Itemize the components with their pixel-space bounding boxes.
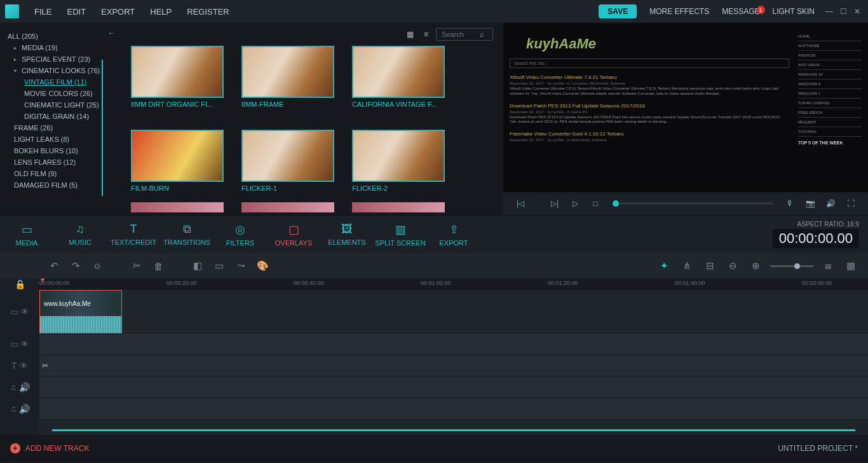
sidebar-item[interactable]: ALL (205) bbox=[8, 31, 121, 42]
sidebar-item[interactable]: BOKEH BLURS (10) bbox=[8, 145, 121, 156]
preview-side-item: ANDROID bbox=[798, 51, 862, 60]
tab-textcredit[interactable]: TTEXT/CREDIT bbox=[107, 223, 160, 247]
menu-register[interactable]: REGISTER bbox=[179, 7, 236, 17]
zoom-fit-icon[interactable]: ⊟ bbox=[702, 260, 718, 272]
track-lock-icon[interactable]: 🔒 bbox=[0, 279, 39, 290]
fullscreen-icon[interactable]: ⛶ bbox=[843, 199, 859, 208]
light-skin-link[interactable]: LIGHT SKIN bbox=[766, 7, 821, 16]
plus-icon: + bbox=[10, 443, 20, 453]
crop-icon[interactable]: ◧ bbox=[189, 260, 206, 272]
redo-icon[interactable]: ↷ bbox=[67, 260, 84, 272]
timeline-ruler[interactable]: 00:00:00:0000:00:20:0000:00:40:0000:01:0… bbox=[39, 279, 868, 290]
text-track-header[interactable]: T 👁 bbox=[0, 355, 39, 377]
tab-export[interactable]: ⇪EXPORT bbox=[427, 223, 480, 247]
audio2-track[interactable] bbox=[39, 398, 868, 420]
timeline-view-icon[interactable]: ≣ bbox=[820, 260, 836, 272]
sidebar-item[interactable]: LENS FLARES (12) bbox=[8, 156, 121, 168]
zoom-in-icon[interactable]: ⊕ bbox=[747, 260, 764, 272]
module-tabbar: ▭MEDIA♫MUSICTTEXT/CREDIT⧉TRANSITIONS◎FIL… bbox=[0, 215, 868, 253]
thumbnail[interactable]: FLICKER-2 bbox=[352, 130, 445, 192]
pip-track-header[interactable]: ▭ 👁 bbox=[0, 333, 39, 355]
undo-icon[interactable]: ↶ bbox=[46, 260, 62, 272]
thumbnail-partial[interactable] bbox=[241, 202, 334, 212]
sidebar-item[interactable]: LIGHT LEAKS (8) bbox=[8, 134, 121, 145]
thumbnail[interactable]: FILM-BURN bbox=[131, 130, 224, 192]
pip-track[interactable] bbox=[39, 333, 868, 355]
close-icon[interactable]: ✕ bbox=[851, 7, 863, 16]
sidebar-back-icon[interactable]: ← bbox=[107, 28, 116, 38]
tab-overlays[interactable]: ▢OVERLAYS bbox=[267, 223, 320, 247]
tab-music[interactable]: ♫MUSIC bbox=[53, 223, 107, 247]
render-icon[interactable]: ✦ bbox=[656, 260, 672, 272]
maximize-icon[interactable]: ☐ bbox=[837, 7, 849, 16]
cut-mark-icon: ✂ bbox=[42, 361, 48, 370]
sidebar-item[interactable]: DIGITAL GRAIN (14) bbox=[8, 111, 121, 122]
more-effects-link[interactable]: MORE EFFECTS bbox=[643, 7, 715, 16]
text-track[interactable]: ✂ bbox=[39, 355, 868, 377]
search-input[interactable]: ⌕ bbox=[436, 28, 493, 41]
timeline-scrollbar[interactable] bbox=[52, 429, 855, 431]
zoom-out-icon[interactable]: ⊖ bbox=[724, 260, 741, 272]
tab-filters[interactable]: ◎FILTERS bbox=[214, 223, 267, 247]
sidebar-item[interactable]: MOVIE COLORS (26) bbox=[8, 88, 121, 99]
audio1-track-header[interactable]: ♫ 🔊 bbox=[0, 377, 39, 398]
sidebar-item[interactable]: ▾CINEMATIC LOOKS (76) bbox=[8, 65, 121, 76]
speed-icon[interactable]: ⤳ bbox=[233, 260, 249, 272]
cut-icon[interactable]: ✂ bbox=[128, 260, 145, 272]
search-field[interactable] bbox=[442, 31, 480, 38]
sidebar-item[interactable]: ▸SPECIAL EVENT (23) bbox=[8, 53, 121, 65]
message-badge: 1 bbox=[757, 6, 765, 14]
tab-transitions[interactable]: ⧉TRANSITIONS bbox=[160, 223, 214, 247]
stop-icon[interactable]: □ bbox=[587, 199, 604, 208]
sidebar-item[interactable]: ▸MEDIA (19) bbox=[8, 42, 121, 53]
grid-view-icon[interactable]: ▦ bbox=[404, 30, 416, 39]
next-frame-icon[interactable]: ▷| bbox=[546, 199, 563, 208]
tab-splitscreen[interactable]: ▥SPLIT SCREEN bbox=[374, 223, 427, 247]
mic-icon[interactable]: 🎙 bbox=[782, 199, 798, 208]
thumbnail-partial[interactable] bbox=[131, 202, 224, 212]
video-clip[interactable]: www.kuyhAa.Me bbox=[39, 290, 122, 333]
thumbnail-partial[interactable] bbox=[352, 202, 445, 212]
color-icon[interactable]: 🎨 bbox=[254, 260, 271, 272]
menu-export[interactable]: EXPORT bbox=[93, 7, 142, 17]
timeline-body[interactable]: 00:00:00:0000:00:20:0000:00:40:0000:01:0… bbox=[39, 279, 868, 435]
sidebar-item[interactable]: FRAME (26) bbox=[8, 122, 121, 134]
save-button[interactable]: SAVE bbox=[599, 4, 637, 18]
media-panel: ▦ ≡ ⌕ 8MM DIRT ORGANIC FI...8MM-FRAMECAL… bbox=[121, 23, 503, 215]
audio1-track[interactable] bbox=[39, 377, 868, 398]
sidebar-item[interactable]: DAMAGED FILM (5) bbox=[8, 179, 121, 191]
marker-icon[interactable]: ⋔ bbox=[679, 260, 695, 272]
storyboard-icon[interactable]: ▦ bbox=[843, 260, 859, 272]
zoom-slider[interactable] bbox=[770, 265, 813, 267]
sidebar-item[interactable]: VINTAGE FILM (11) bbox=[8, 76, 121, 88]
menu-file[interactable]: FILE bbox=[27, 7, 59, 17]
thumbnail[interactable]: FLICKER-1 bbox=[241, 130, 334, 192]
tab-media[interactable]: ▭MEDIA bbox=[0, 223, 53, 247]
sidebar-item[interactable]: CINEMATIC LIGHT (25) bbox=[8, 99, 121, 111]
menu-help[interactable]: HELP bbox=[142, 7, 179, 17]
message-link[interactable]: MESSAGE1 bbox=[715, 7, 766, 16]
prev-frame-icon[interactable]: |◁ bbox=[512, 199, 529, 208]
snapshot-icon[interactable]: 📷 bbox=[802, 199, 818, 208]
video-track[interactable]: www.kuyhAa.Me bbox=[39, 290, 868, 333]
preview-side-item: HOME bbox=[798, 32, 862, 41]
record-icon[interactable]: ▭ bbox=[211, 260, 227, 272]
search-icon[interactable]: ⌕ bbox=[480, 30, 484, 39]
sidebar-item[interactable]: OLD FILM (9) bbox=[8, 168, 121, 179]
add-track-button[interactable]: + ADD NEW TRACK bbox=[10, 443, 89, 453]
list-view-icon[interactable]: ≡ bbox=[421, 30, 431, 39]
volume-icon[interactable]: 🔊 bbox=[822, 199, 839, 208]
video-track-header[interactable]: ▭ 👁 bbox=[0, 290, 39, 333]
thumbnail[interactable]: CALIFORNIA VINTAGE F... bbox=[352, 46, 445, 108]
tab-elements[interactable]: 🖼ELEMENTS bbox=[320, 223, 374, 247]
audio2-track-header[interactable]: ♫ 🔊 bbox=[0, 398, 39, 420]
menu-edit[interactable]: EDIT bbox=[59, 7, 93, 17]
seek-slider[interactable] bbox=[613, 202, 773, 205]
delete-icon[interactable]: 🗑 bbox=[150, 261, 166, 272]
thumbnail[interactable]: 8MM-FRAME bbox=[241, 46, 334, 108]
top-menubar: FILE EDIT EXPORT HELP REGISTER SAVE MORE… bbox=[0, 0, 868, 23]
minimize-icon[interactable]: — bbox=[824, 7, 835, 16]
settings-icon[interactable]: ⛭ bbox=[89, 261, 105, 272]
play-icon[interactable]: ▷ bbox=[567, 199, 583, 208]
thumbnail[interactable]: 8MM DIRT ORGANIC FI... bbox=[131, 46, 224, 108]
